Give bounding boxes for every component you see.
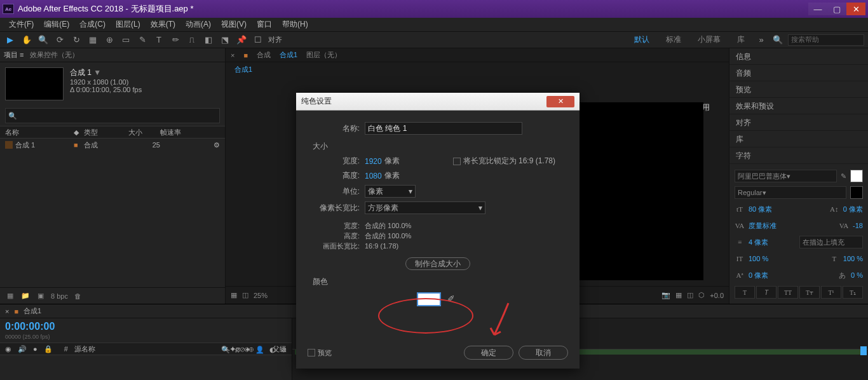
ok-button[interactable]: 确定	[464, 346, 513, 360]
font-family-select[interactable]: 阿里巴巴普惠体▾	[735, 170, 837, 182]
playhead[interactable]	[860, 346, 867, 355]
label-color-icon[interactable]: ■	[74, 141, 84, 149]
menu-anim[interactable]: 动画(A)	[180, 18, 216, 31]
stroke-mode-select[interactable]: 在描边上填充	[799, 236, 863, 248]
camera-tool-icon[interactable]: ▦	[86, 34, 99, 46]
mask-toggle-icon[interactable]: ◫	[242, 291, 248, 299]
row-settings-icon[interactable]: ⚙	[214, 141, 220, 149]
eye-column-icon[interactable]: ◉	[5, 345, 11, 353]
exposure-value[interactable]: +0.0	[710, 292, 724, 299]
grid-toggle-icon[interactable]: ▦	[231, 291, 237, 299]
snap-checkbox[interactable]: ☐	[252, 34, 264, 46]
source-name-col[interactable]: 源名称	[74, 344, 95, 354]
timeline-tab-close-icon[interactable]: ×	[5, 308, 9, 315]
layer-tab[interactable]: 图层（无）	[306, 50, 341, 60]
eyedropper-icon[interactable]: ✐	[447, 294, 459, 305]
stroke-width-value[interactable]: 4 像素	[749, 238, 768, 247]
col-name[interactable]: 名称	[5, 128, 74, 137]
menu-layer[interactable]: 图层(L)	[111, 18, 146, 31]
minimize-button[interactable]: —	[808, 3, 827, 15]
tab-effect-controls[interactable]: 效果控件（无）	[30, 50, 79, 60]
smallcaps-button[interactable]: Tᴛ	[799, 286, 820, 299]
col-size[interactable]: 大小	[128, 128, 160, 137]
pen-tool-icon[interactable]: ✎	[136, 34, 149, 46]
current-timecode[interactable]: 0:00:00:00	[5, 321, 55, 332]
hand-tool-icon[interactable]: ✋	[20, 34, 33, 46]
project-search-input[interactable]: 🔍	[5, 108, 220, 123]
bpc-label[interactable]: 8 bpc	[51, 292, 68, 300]
text-tool-icon[interactable]: T	[153, 34, 165, 46]
hscale-value[interactable]: 100 %	[843, 255, 863, 262]
vscale-value[interactable]: 100 %	[749, 255, 768, 262]
snapshot-icon[interactable]: 📷	[661, 291, 670, 299]
channel-icon[interactable]: ▦	[675, 291, 682, 299]
color-swatch[interactable]	[417, 292, 441, 306]
panel-preview[interactable]: 预览	[729, 81, 868, 98]
search-help-input[interactable]: 搜索帮助	[788, 34, 864, 46]
workspace-small[interactable]: 小屏幕	[691, 33, 727, 46]
composition-viewer[interactable]	[576, 102, 703, 280]
col-type[interactable]: 类型	[84, 128, 128, 137]
puppet-tool-icon[interactable]: 📌	[235, 34, 248, 46]
timeline-tab-comp[interactable]: 合成1	[24, 306, 41, 316]
baseline-value[interactable]: 0 像素	[749, 271, 768, 280]
name-input[interactable]: 白色 纯色 1	[365, 122, 522, 135]
comp-mini-flow-icon[interactable]: ⎌	[235, 346, 240, 353]
panel-effects[interactable]: 效果和预设	[729, 98, 868, 114]
unit-select[interactable]: 像素▾	[365, 185, 416, 198]
roto-tool-icon[interactable]: ⬔	[219, 34, 231, 46]
menu-comp[interactable]: 合成(C)	[74, 18, 111, 31]
close-button[interactable]: ✕	[846, 3, 865, 15]
brush-tool-icon[interactable]: ✏	[169, 34, 182, 46]
menu-help[interactable]: 帮助(H)	[277, 18, 313, 31]
workspace-more-icon[interactable]: »	[755, 34, 768, 46]
menu-edit[interactable]: 编辑(E)	[39, 18, 74, 31]
panel-align[interactable]: 对齐	[729, 114, 868, 131]
frame-blend-icon[interactable]: ◐	[269, 346, 276, 354]
new-comp-icon[interactable]: ▣	[36, 291, 46, 301]
menu-effect[interactable]: 效果(T)	[146, 18, 180, 31]
lock-aspect-checkbox[interactable]	[453, 158, 461, 165]
region-icon[interactable]: ◫	[687, 291, 693, 299]
project-item-row[interactable]: 合成 1 ■ 合成 25 ⚙	[0, 139, 225, 151]
tsume-value[interactable]: 0 %	[851, 271, 863, 279]
cancel-button[interactable]: 取消	[519, 346, 568, 360]
panel-info[interactable]: 信息	[729, 48, 868, 65]
subscript-button[interactable]: T₁	[843, 286, 863, 299]
panel-lib[interactable]: 库	[729, 131, 868, 147]
superscript-button[interactable]: T¹	[821, 286, 841, 299]
tracking-value[interactable]: -18	[853, 222, 863, 229]
search-layers-icon[interactable]: 🔍	[221, 346, 230, 354]
preview-checkbox[interactable]	[308, 349, 315, 356]
shape-tool-icon[interactable]: ▭	[119, 34, 132, 46]
comp-tab-active[interactable]: 合成1	[280, 50, 297, 60]
workspace-standard[interactable]: 标准	[660, 33, 688, 46]
orbit-tool-icon[interactable]: ⟳	[53, 34, 66, 46]
comp-thumbnail[interactable]	[5, 67, 64, 100]
par-select[interactable]: 方形像素▾	[365, 201, 485, 214]
zoom-tool-icon[interactable]: 🔍	[37, 34, 50, 46]
3d-view-icon[interactable]: ⬡	[698, 291, 705, 299]
motion-blur-icon[interactable]: ⊘	[281, 346, 287, 354]
width-value[interactable]: 1920	[365, 157, 382, 166]
comp-flyout-icon[interactable]: ▼	[93, 68, 101, 77]
panel-audio[interactable]: 音频	[729, 65, 868, 81]
height-value[interactable]: 1080	[365, 172, 382, 180]
new-folder-icon[interactable]: 📁	[20, 291, 31, 301]
clone-tool-icon[interactable]: ⎍	[186, 34, 198, 46]
lock-column-icon[interactable]: ●	[33, 345, 37, 353]
label-column-icon[interactable]: 🔒	[44, 345, 53, 353]
audio-column-icon[interactable]: 🔊	[18, 345, 27, 353]
font-size-value[interactable]: 80 像素	[749, 205, 772, 214]
menu-window[interactable]: 窗口	[252, 18, 277, 31]
menu-view[interactable]: 视图(V)	[216, 18, 252, 31]
rotate-tool-icon[interactable]: ↻	[70, 34, 83, 46]
anchor-tool-icon[interactable]: ⊕	[103, 34, 116, 46]
eraser-tool-icon[interactable]: ◧	[202, 34, 215, 46]
delete-icon[interactable]: 🗑	[73, 291, 83, 301]
faux-bold-button[interactable]: T	[735, 286, 755, 299]
workspace-lib[interactable]: 库	[731, 33, 751, 46]
maximize-button[interactable]: ▢	[827, 3, 846, 15]
faux-italic-button[interactable]: T	[756, 286, 776, 299]
col-label-icon[interactable]: ◆	[74, 128, 84, 137]
